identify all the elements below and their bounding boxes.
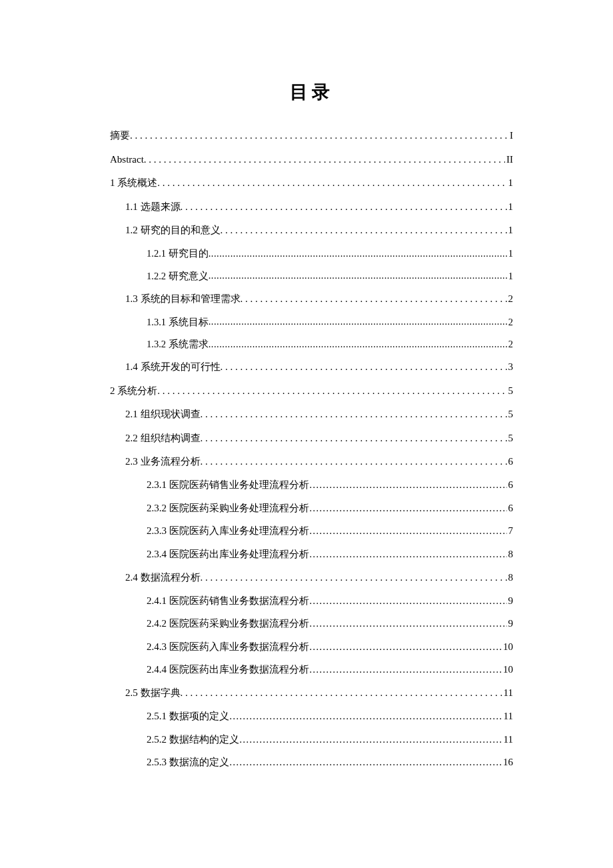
toc-entry: 2.4.2 医院医药采购业务数据流程分析9	[147, 613, 513, 636]
toc-leader	[309, 642, 502, 652]
toc-entry: 2.3.1 医院医药销售业务处理流程分析6	[147, 474, 513, 497]
toc-label: 2.4 数据流程分析	[125, 573, 201, 583]
toc-label: 2.5.2 数据结构的定义	[147, 735, 239, 745]
toc-label: 摘要	[110, 131, 130, 141]
toc-leader	[221, 225, 507, 235]
toc-label: 2.5.1 数据项的定义	[147, 711, 229, 721]
toc-leader	[181, 202, 507, 212]
toc-leader	[309, 596, 507, 606]
toc-page-number: 2	[507, 339, 513, 349]
toc-label: 2.4.1 医院医药销售业务数据流程分析	[147, 596, 309, 606]
toc-leader	[229, 711, 502, 721]
toc-page-number: 6	[507, 480, 514, 490]
toc-page-number: 1	[507, 225, 514, 235]
toc-entry: 2.4.3 医院医药入库业务数据流程分析10	[147, 635, 513, 659]
toc-label: 1.2 研究的目的和意义	[125, 225, 221, 235]
toc-page-number: 16	[502, 757, 513, 767]
toc-container: 摘要IAbstractII1 系统概述11.1 选题来源11.2 研究的目的和意…	[110, 124, 513, 774]
toc-page-number: 5	[507, 386, 514, 396]
toc-label: 1.2.1 研究目的	[147, 249, 209, 259]
toc-entry: 2.1 组织现状调查5	[125, 403, 513, 427]
toc-entry: AbstractII	[110, 148, 513, 172]
toc-page-number: 6	[507, 503, 514, 513]
toc-entry: 2.3.3 医院医药入库业务处理流程分析7	[147, 520, 513, 543]
toc-leader	[209, 339, 507, 349]
toc-leader	[201, 573, 507, 583]
toc-entry: 2.3 业务流程分析6	[125, 450, 513, 474]
toc-leader	[241, 294, 507, 304]
toc-page-number: 1	[507, 271, 513, 281]
toc-label: 1.3.1 系统目标	[147, 317, 209, 327]
toc-leader	[181, 688, 502, 698]
toc-label: 2.4.3 医院医药入库业务数据流程分析	[147, 642, 309, 652]
toc-page-number: 5	[507, 409, 514, 419]
toc-entry: 1.2.1 研究目的1	[147, 243, 513, 265]
toc-page-number: 11	[502, 688, 513, 698]
toc-entry: 1.3.2 系统需求2	[147, 333, 513, 356]
toc-leader	[309, 619, 507, 629]
toc-entry: 2.5.2 数据结构的定义11	[147, 728, 513, 751]
toc-entry: 2.2 组织结构调查5	[125, 427, 513, 451]
toc-label: 2.4.2 医院医药采购业务数据流程分析	[147, 619, 309, 629]
toc-leader	[209, 271, 507, 281]
toc-label: 2.5.3 数据流的定义	[147, 757, 229, 767]
toc-page-number: 3	[507, 362, 514, 372]
toc-entry: 2.4.1 医院医药销售业务数据流程分析9	[147, 589, 513, 613]
toc-leader	[309, 549, 507, 559]
toc-page-number: 8	[507, 573, 514, 583]
toc-page-number: 9	[507, 596, 514, 606]
toc-entry: 1.3 系统的目标和管理需求2	[125, 287, 513, 311]
toc-entry: 2 系统分析5	[110, 379, 513, 403]
toc-entry: 2.3.4 医院医药出库业务处理流程分析8	[147, 543, 513, 566]
toc-page-number: 5	[507, 433, 514, 443]
toc-leader	[239, 735, 502, 745]
toc-entry: 1.3.1 系统目标2	[147, 311, 513, 333]
toc-leader	[201, 409, 507, 419]
toc-page-number: 6	[507, 457, 514, 467]
toc-page-number: 1	[507, 178, 514, 188]
toc-label: 1.1 选题来源	[125, 202, 181, 212]
toc-page-number: 10	[502, 665, 513, 675]
toc-label: 2.3 业务流程分析	[125, 457, 201, 467]
toc-entry: 2.4 数据流程分析8	[125, 566, 513, 590]
toc-title: 目录	[110, 80, 513, 104]
toc-label: 2.5 数据字典	[125, 688, 181, 698]
toc-page-number: 8	[507, 549, 514, 559]
toc-label: 1.4 系统开发的可行性	[125, 362, 221, 372]
toc-page-number: 2	[507, 294, 514, 304]
toc-leader	[201, 433, 507, 443]
toc-leader	[130, 131, 508, 141]
toc-label: 2.1 组织现状调查	[125, 409, 201, 419]
toc-label: Abstract	[110, 155, 144, 165]
toc-entry: 2.4.4 医院医药出库业务数据流程分析10	[147, 659, 513, 682]
toc-page-number: 10	[502, 642, 513, 652]
toc-page-number: 1	[507, 249, 513, 259]
toc-label: 1 系统概述	[110, 178, 157, 188]
toc-page-number: 1	[507, 202, 514, 212]
toc-label: 2.3.2 医院医药采购业务处理流程分析	[147, 503, 309, 513]
toc-leader	[309, 526, 507, 536]
toc-entry: 2.5.3 数据流的定义16	[147, 751, 513, 775]
toc-label: 2 系统分析	[110, 386, 157, 396]
toc-label: 1.3 系统的目标和管理需求	[125, 294, 241, 304]
toc-leader	[309, 503, 507, 513]
toc-entry: 2.5 数据字典11	[125, 681, 513, 705]
toc-page-number: 11	[502, 711, 513, 721]
toc-leader	[221, 362, 507, 372]
toc-page-number: I	[508, 131, 513, 141]
toc-leader	[209, 249, 507, 259]
toc-entry: 1.1 选题来源1	[125, 195, 513, 219]
toc-leader	[309, 665, 502, 675]
toc-label: 2.3.4 医院医药出库业务处理流程分析	[147, 549, 309, 559]
toc-leader	[309, 480, 507, 490]
toc-page-number: II	[505, 155, 513, 165]
toc-entry: 2.3.2 医院医药采购业务处理流程分析6	[147, 497, 513, 520]
toc-entry: 1.4 系统开发的可行性3	[125, 355, 513, 379]
toc-entry: 1.2.2 研究意义1	[147, 265, 513, 287]
toc-entry: 摘要I	[110, 124, 513, 148]
toc-leader	[201, 457, 507, 467]
toc-page-number: 9	[507, 619, 514, 629]
toc-label: 2.3.3 医院医药入库业务处理流程分析	[147, 526, 309, 536]
toc-page-number: 11	[502, 735, 513, 745]
toc-leader	[157, 386, 506, 396]
